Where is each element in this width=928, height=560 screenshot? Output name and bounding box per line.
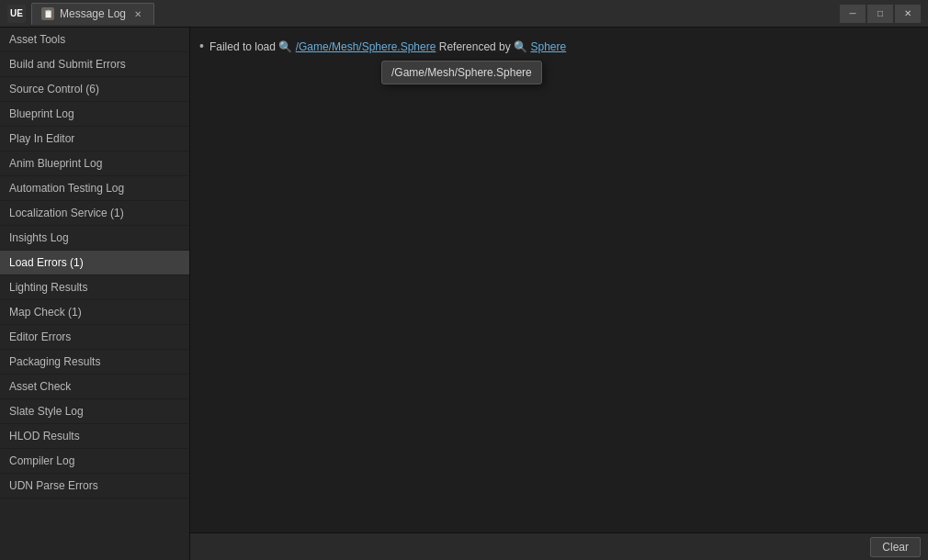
sidebar-item-anim-blueprint-log[interactable]: Anim Blueprint Log [0, 151, 189, 176]
sidebar-item-slate-style-log[interactable]: Slate Style Log [0, 399, 189, 424]
sidebar-item-localization-service[interactable]: Localization Service (1) [0, 201, 189, 226]
tooltip: /Game/Mesh/Sphere.Sphere [381, 61, 542, 84]
content-area: • Failed to load 🔍 /Game/Mesh/Sphere.Sph… [190, 28, 928, 560]
maximize-button[interactable]: □ [867, 5, 893, 23]
sidebar-item-automation-testing-log[interactable]: Automation Testing Log [0, 176, 189, 201]
sidebar-item-editor-errors[interactable]: Editor Errors [0, 325, 189, 350]
log-text: Failed to load 🔍 /Game/Mesh/Sphere.Spher… [209, 39, 566, 55]
ue-logo: UE [7, 5, 26, 23]
minimize-button[interactable]: ─ [840, 5, 866, 23]
log-text-before: Failed to load [209, 40, 276, 53]
log-link-mesh-text[interactable]: /Game/Mesh/Sphere.Sphere [296, 40, 436, 53]
log-entry: • Failed to load 🔍 /Game/Mesh/Sphere.Sph… [198, 35, 921, 59]
sidebar-item-hlod-results[interactable]: HLOD Results [0, 424, 189, 449]
sidebar-item-asset-tools[interactable]: Asset Tools [0, 28, 189, 52]
content-footer: Clear [190, 532, 928, 560]
main-layout: Asset ToolsBuild and Submit ErrorsSource… [0, 28, 928, 560]
tab-label: Message Log [60, 7, 126, 20]
sidebar-item-blueprint-log[interactable]: Blueprint Log [0, 102, 189, 127]
sidebar-item-source-control[interactable]: Source Control (6) [0, 77, 189, 102]
message-log-tab[interactable]: 📋 Message Log ✕ [31, 3, 154, 25]
sidebar-item-play-in-editor[interactable]: Play In Editor [0, 127, 189, 151]
sidebar-item-lighting-results[interactable]: Lighting Results [0, 275, 189, 300]
sidebar-item-packaging-results[interactable]: Packaging Results [0, 350, 189, 375]
close-button[interactable]: ✕ [895, 5, 921, 23]
tab-icon: 📋 [41, 7, 54, 20]
sidebar-item-build-submit-errors[interactable]: Build and Submit Errors [0, 52, 189, 77]
log-link-sphere[interactable]: Sphere [530, 40, 566, 53]
log-link-mesh-icon: 🔍 [278, 40, 292, 53]
sidebar: Asset ToolsBuild and Submit ErrorsSource… [0, 28, 190, 560]
title-bar-left: UE 📋 Message Log ✕ [7, 3, 840, 25]
sidebar-item-compiler-log[interactable]: Compiler Log [0, 449, 189, 474]
log-bullet: • [199, 39, 204, 52]
sidebar-item-udn-parse-errors[interactable]: UDN Parse Errors [0, 474, 189, 498]
log-text-middle: Referenced by [439, 40, 511, 53]
log-content: • Failed to load 🔍 /Game/Mesh/Sphere.Sph… [190, 28, 928, 532]
sidebar-item-load-errors[interactable]: Load Errors (1) [0, 251, 189, 275]
title-bar: UE 📋 Message Log ✕ ─ □ ✕ [0, 0, 928, 28]
sidebar-item-insights-log[interactable]: Insights Log [0, 226, 189, 251]
tab-close-button[interactable]: ✕ [131, 7, 144, 20]
clear-button[interactable]: Clear [870, 537, 921, 557]
log-link-sphere-icon: 🔍 [514, 40, 527, 53]
sidebar-item-asset-check[interactable]: Asset Check [0, 375, 189, 399]
sidebar-item-map-check[interactable]: Map Check (1) [0, 300, 189, 325]
window-controls: ─ □ ✕ [840, 5, 921, 23]
